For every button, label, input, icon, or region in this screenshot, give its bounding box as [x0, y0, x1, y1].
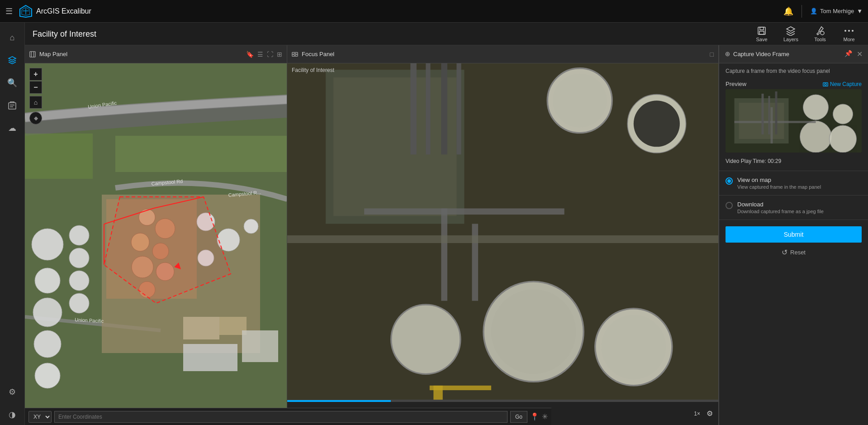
svg-point-38: [244, 219, 258, 234]
tools-button[interactable]: Tools: [806, 24, 834, 44]
layers-icon: [786, 26, 796, 36]
video-settings-button[interactable]: ⚙: [707, 409, 713, 418]
svg-rect-52: [25, 134, 93, 179]
camera-icon: [823, 81, 828, 87]
locate-icon[interactable]: 📍: [530, 412, 539, 421]
svg-point-93: [830, 125, 857, 153]
coordinate-input[interactable]: [54, 411, 508, 423]
focus-panel-icons: □: [710, 51, 714, 58]
svg-rect-75: [410, 63, 417, 154]
svg-rect-99: [768, 96, 770, 134]
svg-point-66: [634, 100, 680, 147]
zoom-in-button[interactable]: +: [29, 68, 42, 81]
map-panel-icon: [29, 51, 36, 57]
map-area[interactable]: Union Pacific Campstool Rd Campstool R..…: [25, 63, 287, 425]
satellite-map: Union Pacific Campstool Rd Campstool R..…: [25, 63, 287, 423]
svg-point-90: [803, 95, 829, 120]
bell-icon[interactable]: 🔔: [783, 6, 793, 16]
svg-rect-3: [760, 27, 764, 30]
main-area: Map Panel 🔖 ☰ ⛶ ⊞: [25, 45, 868, 425]
sidebar-item-appearance[interactable]: ◑: [2, 404, 23, 425]
compass-button[interactable]: ◆: [29, 112, 42, 124]
coordinate-bar: XY Go 📍 ✳: [25, 408, 551, 425]
map-panel-title: Map Panel: [39, 51, 242, 57]
more-button[interactable]: More: [835, 24, 863, 44]
svg-rect-98: [762, 94, 764, 134]
pin-icon[interactable]: 📌: [844, 50, 852, 58]
zoom-out-button[interactable]: −: [29, 81, 42, 94]
map-controls: + − ⌂ ◆: [29, 68, 42, 124]
sidebar-item-settings[interactable]: ⚙: [2, 382, 23, 402]
reset-button[interactable]: ↺ Reset: [719, 245, 868, 261]
sidebar-item-search[interactable]: 🔍: [2, 72, 23, 93]
view-on-map-radio[interactable]: [726, 177, 733, 185]
user-info[interactable]: 👤 Tom Merhige ▼: [810, 8, 863, 14]
sub-toolbar: Save Layers Tools More: [0, 23, 868, 45]
capture-header-icons: 📌 ✕: [844, 50, 863, 58]
capture-panel-header: Capture Video Frame 📌 ✕: [719, 45, 868, 63]
svg-point-22: [34, 330, 61, 358]
close-icon[interactable]: ✕: [857, 50, 863, 58]
grid-icon[interactable]: ⊞: [277, 51, 282, 58]
map-panel-header: Map Panel 🔖 ☰ ⛶ ⊞: [25, 45, 287, 63]
username: Tom Merhige: [820, 8, 854, 14]
hamburger-icon[interactable]: ☰: [5, 6, 13, 16]
svg-point-70: [601, 315, 666, 379]
capture-video-frame-panel: Capture Video Frame 📌 ✕ Capture a frame …: [719, 45, 868, 425]
option-divider-1: [719, 171, 868, 171]
svg-point-55: [294, 53, 296, 55]
expand-icon[interactable]: □: [710, 51, 714, 58]
reset-icon: ↺: [782, 248, 787, 257]
svg-point-71: [391, 305, 460, 374]
svg-rect-73: [441, 208, 447, 301]
speed-label[interactable]: 1×: [694, 411, 700, 417]
focus-video-area: Facility of Interest: [287, 63, 718, 400]
save-button[interactable]: Save: [748, 24, 775, 44]
capture-header-icon: [725, 51, 730, 57]
sidebar-item-cloud[interactable]: ☁: [2, 118, 23, 138]
view-on-map-title: View on map: [737, 177, 862, 183]
focus-panel: Focus Panel □ Facility of Interest: [287, 45, 719, 425]
svg-point-8: [852, 30, 854, 32]
list-icon[interactable]: ☰: [257, 51, 263, 58]
page-title: Facility of Interest: [33, 23, 96, 45]
layers-button[interactable]: Layers: [777, 24, 805, 44]
sidebar-item-layers[interactable]: [2, 50, 23, 71]
submit-button[interactable]: Submit: [726, 226, 862, 243]
new-capture-button[interactable]: New Capture: [823, 81, 862, 87]
svg-rect-40: [183, 344, 237, 371]
download-desc: Download captured frame as a jpeg file: [737, 209, 862, 214]
download-option[interactable]: Download Download captured frame as a jp…: [719, 197, 868, 218]
bookmark-icon[interactable]: 🔖: [246, 51, 254, 58]
svg-rect-100: [775, 91, 778, 134]
svg-point-85: [727, 53, 728, 55]
sidebar-item-projects[interactable]: [2, 95, 23, 116]
coord-compass-icon[interactable]: ✳: [542, 412, 548, 421]
view-on-map-text: View on map View captured frame in the m…: [737, 177, 862, 190]
video-content: [287, 63, 718, 400]
map-panel-icons: 🔖 ☰ ⛶ ⊞: [246, 51, 282, 58]
coordinate-go-button[interactable]: Go: [510, 411, 527, 423]
download-radio[interactable]: [726, 202, 733, 209]
home-extent-button[interactable]: ⌂: [29, 96, 42, 109]
more-icon: [844, 26, 854, 36]
save-label: Save: [756, 37, 767, 42]
svg-rect-12: [30, 51, 35, 57]
svg-rect-42: [242, 330, 278, 362]
coordinate-type-select[interactable]: XY: [28, 411, 52, 423]
view-on-map-option[interactable]: View on map View captured frame in the m…: [719, 173, 868, 193]
svg-point-84: [726, 52, 729, 56]
preview-image: [726, 89, 862, 153]
svg-point-68: [491, 289, 576, 374]
svg-rect-9: [9, 103, 16, 109]
capture-panel-title: Capture Video Frame: [733, 51, 842, 57]
video-progress-bar[interactable]: [287, 400, 718, 402]
svg-point-20: [35, 268, 60, 293]
radio-inner-dot: [727, 179, 731, 183]
top-nav: ☰ ArcGIS Excalibur 🔔 👤 Tom Merhige ▼: [0, 0, 868, 23]
svg-rect-80: [430, 386, 491, 390]
extent-icon[interactable]: ⛶: [267, 51, 273, 58]
sidebar-item-home[interactable]: ⌂: [2, 27, 23, 48]
tools-label: Tools: [814, 37, 826, 42]
svg-point-87: [825, 83, 826, 85]
